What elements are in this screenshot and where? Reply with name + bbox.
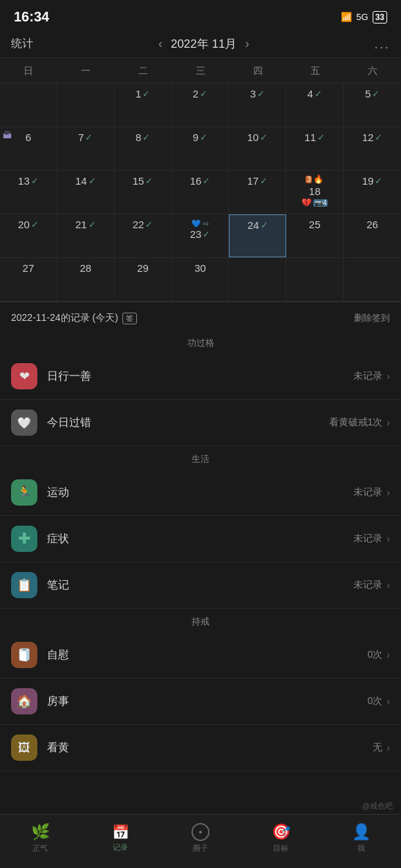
gooddeed-label: 日行一善 [47,369,353,384]
masturbation-icon: 🧻 [11,642,37,668]
cal-cell-25[interactable]: 25 [286,214,344,257]
porn-value: 无 [373,741,382,754]
fire-icon: 🔥 [313,174,324,184]
list-item-exercise[interactable]: 🏃 运动 未记录 › [0,470,401,516]
cal-cell-11[interactable]: 11✓ [286,127,344,170]
status-icons: 📶 5G 33 [341,11,387,24]
watermark: @戒色吧 [362,801,393,811]
weekday-tue: 二 [115,62,172,80]
cal-cell-6[interactable]: 🏔 6 [0,127,57,170]
cal-cell-17[interactable]: 17✓ [229,171,286,214]
next-month-button[interactable]: › [245,37,249,51]
list-item-masturbation[interactable]: 🧻 自慰 0次 › [0,632,401,678]
mistake-label: 今日过错 [47,416,329,430]
mistake-value: 看黄破戒1次 [329,416,383,429]
current-month: 2022年 11月 [171,36,236,52]
cal-cell-1[interactable]: 1✓ [115,84,172,127]
cal-cell-26[interactable]: 26 [344,214,401,257]
cal-cell-empty-1 [0,84,57,127]
list-item-mistake[interactable]: 🤍 今日过错 看黄破戒1次 › [0,400,401,446]
list-item-gooddeed[interactable]: ❤ 日行一善 未记录 › [0,353,401,400]
nav-item-goal[interactable]: 🎯 目标 [241,823,321,853]
symptom-arrow: › [386,533,390,544]
cal-cell-23[interactable]: 💙 ⇨ 23✓ [172,214,230,257]
nav-item-me[interactable]: 👤 我 [321,823,401,853]
cal-cell-20[interactable]: 20✓ [0,214,57,257]
goal-label: 目标 [273,843,288,853]
exercise-icon: 🏃 [11,479,37,506]
exercise-value: 未记录 [353,486,382,499]
arrow-icon-23: ⇨ [203,219,209,228]
cal-cell-13[interactable]: 13✓ [0,171,57,214]
weekday-wed: 三 [172,62,230,80]
list-item-note[interactable]: 📋 笔记 未记录 › [0,562,401,609]
stats-label[interactable]: 统计 [11,37,33,51]
cal-cell-16[interactable]: 16✓ [172,171,230,214]
nav-item-circle[interactable]: ● 圈子 [160,823,241,853]
network-type: 5G [356,12,368,22]
porn-arrow: › [386,742,390,753]
status-bar: 16:34 📶 5G 33 [0,0,401,30]
more-options-button[interactable]: ... [374,36,390,52]
cal-cell-21[interactable]: 21✓ [57,214,115,257]
badge-cam: 📷4 [313,199,328,207]
calendar-row-4: 20✓ 21✓ 22✓ 💙 ⇨ 23✓ 24✓ 25 26 [0,214,401,258]
bottom-navigation: 🌿 正气 📅 记录 ● 圈子 🎯 目标 👤 我 [0,814,401,868]
weekday-fri: 五 [286,62,344,80]
cal-cell-8[interactable]: 8✓ [115,127,172,170]
calendar: 日 一 二 三 四 五 六 1✓ 2✓ 3✓ 4✓ 5✓ 🏔 6 7✓ 8✓ 9… [0,58,401,302]
nav-item-zhengqi[interactable]: 🌿 正气 [0,823,80,853]
category-gongguoge: 功过格 [0,330,401,353]
status-time: 16:34 [14,9,49,25]
zhengqi-icon: 🌿 [31,823,50,841]
category-life: 生活 [0,446,401,470]
record-section: 2022-11-24的记录 (今天) 签 删除签到 功过格 ❤ 日行一善 未记录… [0,302,401,827]
delete-checkin-button[interactable]: 删除签到 [354,312,390,324]
cal-cell-29[interactable]: 29 [115,258,172,301]
cal-cell-22[interactable]: 22✓ [115,214,172,257]
calendar-row-1: 1✓ 2✓ 3✓ 4✓ 5✓ [0,84,401,127]
battery-indicator: 33 [373,11,387,24]
record-label: 记录 [113,842,128,853]
heart-icon-23: 💙 [192,219,201,228]
note-label: 笔记 [47,578,353,593]
cal-cell-3[interactable]: 3✓ [229,84,286,127]
cal-cell-empty-5 [344,258,401,301]
day-18-badges: 3 🔥 [306,174,324,184]
nav-item-record[interactable]: 📅 记录 [80,824,160,853]
cal-cell-5[interactable]: 5✓ [344,84,401,127]
category-abstain: 持戒 [0,609,401,632]
cal-cell-7[interactable]: 7✓ [57,127,115,170]
cal-cell-24[interactable]: 24✓ [229,214,286,257]
cal-cell-18[interactable]: 3 🔥 18 💔 📷4 [286,171,344,214]
cal-cell-10[interactable]: 10✓ [229,127,286,170]
month-navigation: ‹ 2022年 11月 › [158,36,249,52]
weekday-mon: 一 [57,62,115,80]
sex-value: 0次 [368,695,383,708]
note-value: 未记录 [353,579,382,591]
cal-cell-19[interactable]: 19✓ [344,171,401,214]
cal-cell-12[interactable]: 12✓ [344,127,401,170]
cal-cell-9[interactable]: 9✓ [172,127,230,170]
cal-cell-15[interactable]: 15✓ [115,171,172,214]
cal-cell-28[interactable]: 28 [57,258,115,301]
cal-cell-14[interactable]: 14✓ [57,171,115,214]
symptom-icon: ✚ [11,526,37,552]
list-item-sex[interactable]: 🏠 房事 0次 › [0,678,401,725]
gooddeed-icon: ❤ [11,363,37,389]
masturbation-value: 0次 [368,649,383,661]
cal-cell-2[interactable]: 2✓ [172,84,230,127]
list-item-symptom[interactable]: ✚ 症状 未记录 › [0,516,401,562]
symptom-value: 未记录 [353,533,382,545]
prev-month-button[interactable]: ‹ [158,37,162,51]
cal-cell-27[interactable]: 27 [0,258,57,301]
cal-cell-30[interactable]: 30 [172,258,230,301]
cal-cell-4[interactable]: 4✓ [286,84,344,127]
list-item-porn[interactable]: 🖼 看黄 无 › [0,725,401,771]
note-arrow: › [386,580,390,591]
exercise-label: 运动 [47,486,353,500]
sex-icon: 🏠 [11,688,37,714]
circle-icon: ● [192,823,209,841]
sex-arrow: › [386,696,390,707]
porn-label: 看黄 [47,741,373,755]
